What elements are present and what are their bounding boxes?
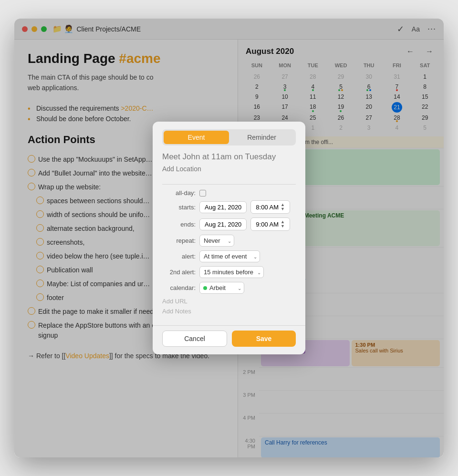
repeat-row: repeat: Never Daily Weekly: [162, 235, 296, 247]
divider: [162, 184, 296, 185]
event-title-input[interactable]: [162, 152, 296, 162]
modal-tabs: Event Reminder: [162, 129, 296, 145]
app-window: 📁 🧑‍💼 Client Projects/ACME ✓ Aa ··· Land…: [14, 19, 444, 457]
calendar-label: calendar:: [162, 284, 196, 291]
ends-label: ends:: [162, 221, 196, 228]
event-location-input[interactable]: [162, 165, 296, 173]
alert2-select[interactable]: 15 minutes before 30 minutes before: [199, 266, 264, 278]
calendar-select-wrap: Arbeit Personal: [199, 282, 244, 294]
ends-date-time: Aug 21, 2020 9:00 AM ▲▼: [199, 217, 290, 231]
ends-date-button[interactable]: Aug 21, 2020: [199, 218, 247, 230]
modal-overlay: Event Reminder all-day: starts: Aug 2: [14, 19, 444, 457]
starts-date-time: Aug 21, 2020 8:00 AM ▲▼: [199, 200, 290, 214]
alert-select[interactable]: At time of event 5 minutes before: [199, 250, 260, 262]
alert2-select-wrap: 15 minutes before 30 minutes before: [199, 266, 264, 278]
alert2-row: 2nd alert: 15 minutes before 30 minutes …: [162, 266, 296, 278]
add-url[interactable]: Add URL: [162, 298, 296, 305]
calendar-row: calendar: Arbeit Personal: [162, 282, 296, 294]
event-modal: Event Reminder all-day: starts: Aug 2: [153, 122, 305, 354]
starts-date-button[interactable]: Aug 21, 2020: [199, 201, 247, 213]
all-day-checkbox[interactable]: [199, 190, 206, 197]
modal-footer: Cancel Save: [153, 325, 305, 354]
alert-select-wrap: At time of event 5 minutes before: [199, 250, 260, 262]
time-stepper[interactable]: ▲▼: [281, 203, 285, 211]
alert-label: alert:: [162, 253, 196, 260]
starts-row: starts: Aug 21, 2020 8:00 AM ▲▼: [162, 200, 296, 214]
add-notes[interactable]: Add Notes: [162, 308, 296, 315]
cancel-button[interactable]: Cancel: [162, 331, 227, 347]
starts-label: starts:: [162, 204, 196, 211]
ends-row: ends: Aug 21, 2020 9:00 AM ▲▼: [162, 217, 296, 231]
all-day-row: all-day:: [162, 189, 296, 197]
save-button[interactable]: Save: [232, 331, 296, 347]
ends-time-button[interactable]: 9:00 AM ▲▼: [250, 217, 290, 231]
tab-reminder[interactable]: Reminder: [229, 131, 294, 144]
alert-row: alert: At time of event 5 minutes before: [162, 250, 296, 262]
modal-body: Event Reminder all-day: starts: Aug 2: [153, 122, 305, 325]
calendar-select[interactable]: Arbeit Personal: [199, 282, 244, 294]
repeat-label: repeat:: [162, 237, 196, 244]
time-stepper[interactable]: ▲▼: [281, 220, 285, 228]
tab-event[interactable]: Event: [164, 131, 229, 144]
all-day-label: all-day:: [162, 189, 196, 197]
alert2-label: 2nd alert:: [162, 269, 196, 276]
repeat-select-wrap: Never Daily Weekly: [199, 235, 234, 247]
starts-time-button[interactable]: 8:00 AM ▲▼: [250, 200, 290, 214]
repeat-select[interactable]: Never Daily Weekly: [199, 235, 234, 247]
